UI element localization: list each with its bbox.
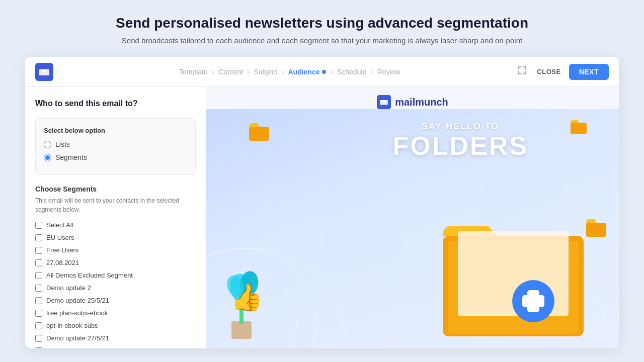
checkbox-input-5[interactable] [35, 285, 42, 292]
checkbox-item-0[interactable]: Select All [35, 221, 196, 229]
radio-lists[interactable]: Lists [44, 140, 187, 148]
checkbox-label-0: Select All [46, 221, 73, 229]
checkbox-item-6[interactable]: Demo update 25/5/21 [35, 297, 196, 304]
expand-icon [518, 66, 527, 75]
select-option-label: Select below option [44, 127, 187, 134]
checkbox-input-0[interactable] [35, 222, 42, 229]
checkbox-item-8[interactable]: opt-in ebook subs [35, 322, 196, 329]
svg-rect-2 [249, 127, 269, 141]
radio-segments-label: Segments [55, 153, 87, 161]
step-schedule[interactable]: Schedule [337, 68, 366, 76]
checkbox-input-6[interactable] [35, 297, 42, 304]
close-button[interactable]: CLOSE [537, 68, 560, 75]
nav-actions: CLOSE NEXT [516, 64, 609, 80]
folder-main-illustration [433, 206, 594, 348]
checkbox-label-1: EU Users [46, 234, 74, 241]
checkbox-item-10[interactable]: Demo+ebook leads [35, 347, 196, 348]
svg-rect-10 [231, 321, 252, 339]
step-content[interactable]: Content [218, 68, 243, 76]
folder-icon-small-left [247, 119, 272, 144]
checkbox-item-7[interactable]: free plan-subs-ebook [35, 309, 196, 317]
folder-main-svg [433, 206, 594, 346]
send-email-heading: Who to send this email to? [35, 99, 196, 108]
left-panel: Who to send this email to? Select below … [25, 87, 206, 348]
app-window: Template › Content › Subject › Audience … [25, 57, 619, 348]
radio-lists-label: Lists [55, 140, 70, 148]
folder-decoration-right [569, 117, 589, 139]
active-dot [322, 70, 326, 74]
say-hello-line1: SAY HELLO TO [393, 121, 528, 132]
radio-lists-input[interactable] [44, 141, 51, 148]
checkbox-item-5[interactable]: Demo update 2 [35, 284, 196, 292]
preview-card: mailmunch [206, 87, 619, 348]
step-review[interactable]: Review [377, 68, 400, 76]
checkbox-input-10[interactable] [35, 347, 42, 349]
checkbox-label-3: 27.08.2021 [46, 259, 79, 266]
step-arrow-3: › [281, 67, 284, 76]
wizard-steps: Template › Content › Subject › Audience … [63, 67, 516, 76]
checkbox-label-4: All Demos Excluded Segment [46, 272, 133, 279]
preview-brand-logo: mailmunch [377, 95, 448, 109]
choose-segments-section: Choose Segments This email will be sent … [35, 185, 196, 348]
choose-segments-description: This email will be sent to your contacts… [35, 196, 196, 214]
next-button[interactable]: NEXT [569, 64, 609, 80]
checkbox-label-10: Demo+ebook leads [46, 347, 103, 348]
step-template[interactable]: Template [179, 68, 208, 76]
preview-brand-name: mailmunch [395, 97, 448, 108]
preview-mailmunch-icon [377, 95, 391, 109]
checkbox-input-4[interactable] [35, 272, 42, 279]
checkbox-item-2[interactable]: Free Users [35, 246, 196, 254]
expand-icon-button[interactable] [516, 64, 529, 79]
preview-image-area: SAY HELLO TO FOLDERS [206, 109, 619, 348]
checkbox-label-5: Demo update 2 [46, 284, 91, 292]
checkbox-input-3[interactable] [35, 259, 42, 266]
step-arrow-2: › [247, 67, 250, 76]
checkbox-input-8[interactable] [35, 322, 42, 329]
step-arrow-4: › [330, 67, 333, 76]
segments-checkbox-list: Select AllEU UsersFree Users27.08.2021Al… [35, 221, 196, 348]
step-arrow-1: › [212, 67, 214, 76]
checkbox-input-1[interactable] [35, 234, 42, 241]
choose-segments-heading: Choose Segments [35, 185, 196, 193]
right-panel: mailmunch [206, 87, 619, 348]
nav-bar: Template › Content › Subject › Audience … [25, 57, 619, 87]
svg-rect-16 [586, 223, 606, 237]
plant-svg: 👍 [216, 261, 267, 341]
step-audience[interactable]: Audience [288, 68, 326, 76]
checkbox-item-1[interactable]: EU Users [35, 234, 196, 241]
mailmunch-logo [35, 63, 53, 81]
select-option-box: Select below option Lists Segments [35, 118, 196, 175]
checkbox-input-9[interactable] [35, 335, 42, 342]
svg-rect-3 [571, 123, 587, 134]
checkbox-item-9[interactable]: Demo update 27/5/21 [35, 334, 196, 342]
say-hello-line2: FOLDERS [393, 132, 528, 160]
folder-icon-right-mid [584, 215, 609, 240]
checkbox-label-7: free plan-subs-ebook [46, 309, 108, 317]
checkbox-label-8: opt-in ebook subs [46, 322, 98, 329]
page-title: Send personalised newsletters using adva… [116, 15, 528, 31]
say-hello-text-block: SAY HELLO TO FOLDERS [393, 121, 528, 160]
main-content: Who to send this email to? Select below … [25, 87, 619, 348]
checkbox-label-9: Demo update 27/5/21 [46, 334, 109, 342]
step-arrow-5: › [370, 67, 373, 76]
page-subtitle: Send broadcasts tailored to each audienc… [122, 36, 522, 45]
svg-rect-9 [522, 295, 544, 307]
checkbox-label-2: Free Users [46, 246, 78, 254]
folder-decoration-left [247, 119, 272, 146]
radio-segments-input[interactable] [44, 154, 51, 161]
svg-text:👍: 👍 [230, 282, 263, 313]
step-subject[interactable]: Subject [254, 68, 277, 76]
checkbox-item-3[interactable]: 27.08.2021 [35, 259, 196, 266]
folder-small-right-mid [584, 215, 609, 242]
checkbox-item-4[interactable]: All Demos Excluded Segment [35, 272, 196, 279]
plant-illustration: 👍 [216, 261, 267, 343]
radio-segments[interactable]: Segments [44, 153, 187, 161]
folder-icon-small-right [569, 117, 589, 137]
checkbox-label-6: Demo update 25/5/21 [46, 297, 109, 304]
checkbox-input-2[interactable] [35, 247, 42, 254]
checkbox-input-7[interactable] [35, 310, 42, 317]
